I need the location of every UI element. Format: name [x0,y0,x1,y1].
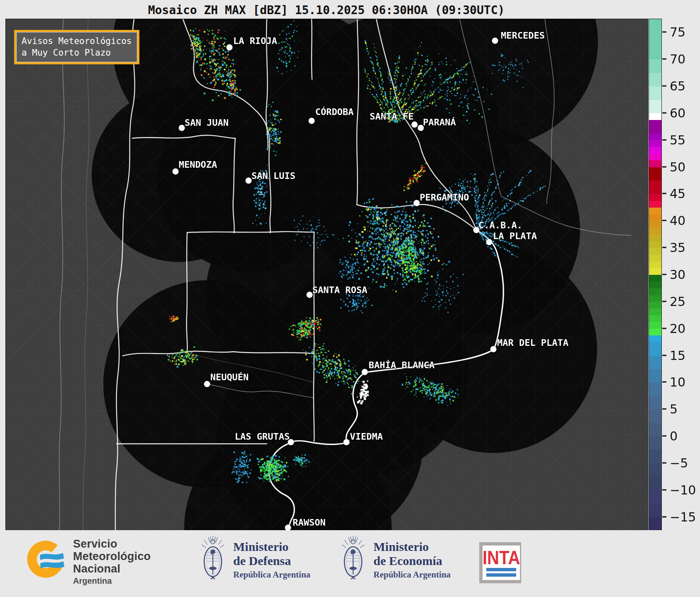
colorbar-tick [662,489,666,490]
city-label-bahia-blanca: BAHÍA BLANCA [369,360,435,370]
colorbar-tick [662,86,666,87]
colorbar-tick-label: 45 [670,186,685,201]
colorbar-segment [649,436,661,450]
colorbar-segment [649,140,661,147]
city-label-san-luis: SAN LUIS [251,171,295,181]
city-label-mar-del-plata: MAR DEL PLATA [497,338,568,348]
city-label-santa-fe: SANTA FE [370,111,414,122]
city-label-pergamino: PERGAMINO [420,192,469,203]
colorbar-tick-label: 40 [670,213,685,228]
city-label-parana: PARANÁ [423,117,456,127]
city-label-san-juan: SAN JUAN [185,117,229,128]
coat-of-arms-icon [339,533,367,587]
coat-of-arms-icon [199,533,227,587]
city-label-la-plata: LA PLATA [493,231,537,241]
city-marker-viedma [344,439,350,445]
colorbar-segment [649,382,661,396]
inta-logo-inner: INTA [483,546,520,580]
city-label-neuquen: NEUQUÉN [210,372,249,382]
colorbar-segment [649,134,661,141]
colorbar-tick [662,382,666,383]
colorbar-segment [649,248,661,255]
colorbar-segment [649,262,661,269]
colorbar-segment [649,369,661,383]
smn-logo: Servicio Meteorológico Nacional Argentin… [26,538,151,586]
economia-sub: República Argentina [373,570,451,580]
ministerio-economia-logo: Ministerio de Economía República Argenti… [339,533,451,587]
colorbar-tick-label: 15 [670,348,685,362]
colorbar-segment [649,356,661,369]
colorbar-tick [662,247,666,248]
colorbar-tick [662,301,666,302]
radar-mosaic-page: Mosaico ZH MAX [dBZ] 15.10.2025 06:30HOA… [0,0,700,597]
colorbar-tick-label: −5 [670,455,688,470]
colorbar-segment [649,73,661,87]
colorbar-tick [662,436,666,437]
warning-banner[interactable]: Avisos Meteorológicos a Muy Corto Plazo [14,30,139,64]
city-label-mendoza: MENDOZA [179,159,217,170]
colorbar-tick-label: 0 [670,429,678,443]
colorbar-segment [649,288,661,295]
colorbar-segment [649,19,661,60]
colorbar-tick [662,409,666,410]
colorbar-tick [662,166,666,167]
city-marker-mercedes [492,38,498,44]
colorbar-tick-label: −15 [670,509,696,524]
city-marker-bahia-blanca [362,369,368,375]
smn-name-line4: Argentina [73,576,151,586]
colorbar-segment [649,463,661,477]
colorbar-segment [649,281,661,289]
defensa-line1: Ministerio [233,540,310,554]
colorbar-segment [649,409,661,423]
colorbar-segment [649,241,661,248]
colorbar-segment [649,235,661,242]
colorbar-segment [649,147,661,154]
colorbar-segment [649,201,661,208]
city-label-c-a-b-a: C.A.B.A. [478,220,522,230]
city-marker-san-luis [246,178,252,184]
colorbar-segment [649,268,661,275]
page-title: Mosaico ZH MAX [dBZ] 15.10.2025 06:30HOA… [5,3,647,17]
colorbar-segment [649,181,661,194]
colorbar-segment [649,120,661,134]
city-label-mercedes: MERCEDES [501,30,545,41]
city-marker-mar-del-plata [490,346,497,352]
economia-line1: Ministerio [373,540,451,554]
colorbar-segment [649,275,661,282]
colorbar-segment [649,86,661,100]
colorbar-segment [649,154,661,161]
colorbar-segment [649,167,661,181]
colorbar-segment [649,342,661,356]
colorbar-tick-label: 30 [670,267,685,282]
city-label-rawson: RAWSON [293,517,325,528]
colorbar-segment [649,396,661,410]
colorbar-tick [662,274,666,275]
city-marker-santa-rosa [307,292,313,298]
colorbar-segment [649,308,661,316]
colorbar-segment [649,113,661,120]
colorbar-segment [649,254,661,262]
inta-bar [486,568,516,571]
city-label-las-grutas: LAS GRUTAS [235,431,290,442]
colorbar-segment [649,423,661,437]
city-marker-santa-fe [412,122,418,128]
footer-logos: Servicio Meteorológico Nacional Argentin… [0,530,700,597]
colorbar-segment [649,194,661,201]
city-label-viedma: VIEDMA [350,431,383,442]
smn-name-line1: Servicio [73,538,151,550]
colorbar-segment [649,160,661,167]
inta-bar [486,573,516,577]
colorbar-tick-label: 10 [670,375,685,389]
colorbar-tick [662,516,666,517]
colorbar-tick [662,112,666,113]
warning-line-2: a Muy Corto Plazo [22,47,132,59]
colorbar-tick-label: 25 [670,294,685,308]
colorbar-tick [662,355,666,356]
smn-name-line3: Nacional [73,563,151,575]
colorbar-tick-label: 35 [670,240,685,255]
colorbar-tick [662,139,666,140]
colorbar-tick-label: 65 [670,79,685,93]
colorbar-tick-label: 20 [670,321,685,335]
colorbar-segment [649,59,661,73]
city-label-cordoba: CÓRDOBA [315,107,354,117]
